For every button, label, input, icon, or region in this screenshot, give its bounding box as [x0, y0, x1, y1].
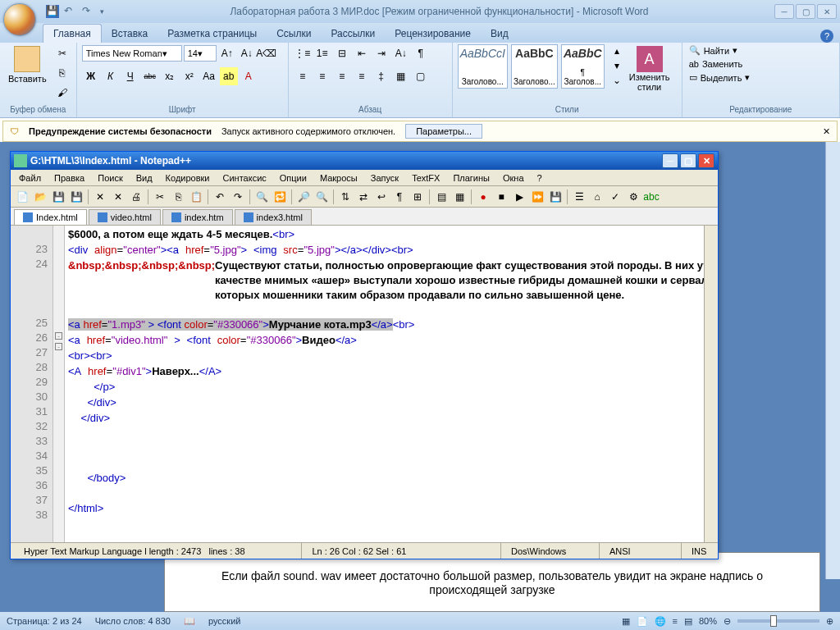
zoom-in-icon[interactable]: ⊕ [826, 616, 833, 627]
sync-h-icon[interactable]: ⇄ [355, 189, 372, 205]
npp-minimize-button[interactable]: ─ [662, 153, 678, 168]
print-icon[interactable]: 🖨 [128, 189, 144, 205]
font-size-combo[interactable]: 14 ▾ [184, 45, 217, 62]
bold-button[interactable]: Ж [82, 67, 100, 85]
format-painter-icon[interactable]: 🖌 [53, 84, 71, 102]
help-icon[interactable]: ? [820, 30, 833, 43]
underline-button[interactable]: Ч [121, 67, 139, 85]
paste-button[interactable]: Вставить [5, 44, 50, 85]
word-vscrollbar[interactable] [825, 142, 840, 579]
npp-tab-index[interactable]: Index.html [14, 209, 87, 225]
menu-textfx[interactable]: TextFX [407, 171, 445, 185]
change-styles-button[interactable]: A Изменить стили [623, 44, 677, 94]
save-icon[interactable]: 💾 [46, 5, 59, 18]
t4-icon[interactable]: ⚙ [625, 189, 641, 205]
npp-tab-indexhtm[interactable]: index.htm [162, 209, 233, 225]
tab-mailings[interactable]: Рассылки [321, 25, 385, 43]
tab-home[interactable]: Главная [43, 24, 102, 43]
zoom-out-icon[interactable]: 🔍 [313, 189, 330, 205]
stop-icon[interactable]: ■ [493, 189, 509, 205]
menu-options[interactable]: Опции [275, 171, 312, 185]
lang-icon[interactable]: ▤ [433, 189, 450, 205]
justify-icon[interactable]: ≡ [353, 67, 371, 85]
tab-view[interactable]: Вид [481, 25, 518, 43]
wrap-icon[interactable]: ↩ [373, 189, 390, 205]
new-icon[interactable]: 📄 [14, 189, 30, 205]
pilcrow-icon[interactable]: ¶ [412, 44, 430, 62]
tab-insert[interactable]: Вставка [102, 25, 158, 43]
menu-run[interactable]: Запуск [366, 171, 404, 185]
spell-icon[interactable]: abc [643, 189, 660, 205]
align-left-icon[interactable]: ≡ [294, 67, 312, 85]
menu-encoding[interactable]: Кодировки [161, 171, 215, 185]
replace-icon[interactable]: 🔁 [272, 189, 288, 205]
shading-icon[interactable]: ▦ [392, 67, 410, 85]
t2-icon[interactable]: ⌂ [589, 189, 605, 205]
view-draft-icon[interactable]: ▤ [684, 616, 692, 627]
npp-tab-video[interactable]: video.html [89, 209, 161, 225]
menu-help[interactable]: ? [532, 171, 547, 185]
office-button[interactable] [3, 3, 36, 36]
view-outline-icon[interactable]: ≡ [673, 616, 678, 626]
style-item[interactable]: AaBbC ¶ Заголов... [561, 44, 605, 89]
maximize-button[interactable]: ▢ [796, 4, 815, 19]
font-family-combo[interactable]: Times New Roman ▾ [82, 45, 182, 62]
subscript-button[interactable]: x₂ [161, 67, 179, 85]
tab-layout[interactable]: Разметка страницы [158, 25, 267, 43]
indent-inc-icon[interactable]: ⇥ [372, 44, 390, 62]
align-center-icon[interactable]: ≡ [313, 67, 331, 85]
borders-icon[interactable]: ▢ [412, 67, 430, 85]
grow-font-icon[interactable]: A↑ [218, 44, 236, 62]
cut-icon[interactable]: ✂ [53, 44, 71, 62]
view-read-icon[interactable]: 📄 [637, 616, 648, 627]
npp-titlebar[interactable]: G:\HTML\3\Index.html - Notepad++ ─ ▢ ✕ [11, 152, 718, 170]
zoom-slider[interactable] [737, 619, 819, 623]
view-print-icon[interactable]: ▦ [622, 616, 630, 627]
bullets-icon[interactable]: ⋮≡ [294, 44, 312, 62]
close-button[interactable]: ✕ [817, 4, 837, 19]
menu-macros[interactable]: Макросы [315, 171, 363, 185]
superscript-button[interactable]: x² [180, 67, 199, 85]
find-icon[interactable]: 🔍 [253, 189, 270, 205]
redo-icon[interactable]: ↷ [230, 189, 246, 205]
copy-icon[interactable]: ⎘ [53, 64, 71, 82]
close-tab-icon[interactable]: ✕ [92, 189, 108, 205]
t1-icon[interactable]: ☰ [571, 189, 587, 205]
play-multi-icon[interactable]: ⏩ [529, 189, 546, 205]
save-macro-icon[interactable]: 💾 [547, 189, 564, 205]
paste-icon[interactable]: 📋 [188, 189, 204, 205]
npp-close-button[interactable]: ✕ [698, 153, 714, 168]
multilevel-icon[interactable]: ⊟ [333, 44, 351, 62]
npp-fold-gutter[interactable]: - - [53, 226, 65, 542]
menu-syntax[interactable]: Синтаксис [218, 171, 272, 185]
status-words[interactable]: Число слов: 4 830 [95, 616, 171, 626]
doc-map-icon[interactable]: ▦ [451, 189, 468, 205]
menu-edit[interactable]: Правка [49, 171, 89, 185]
menu-search[interactable]: Поиск [93, 171, 127, 185]
status-language[interactable]: русский [208, 616, 240, 626]
zoom-in-icon[interactable]: 🔎 [295, 189, 312, 205]
zoom-out-icon[interactable]: ⊖ [724, 616, 731, 627]
sync-v-icon[interactable]: ⇅ [337, 189, 354, 205]
fold-icon[interactable]: - [55, 332, 62, 340]
line-spacing-icon[interactable]: ‡ [372, 67, 390, 85]
select-button[interactable]: ▭Выделить ▾ [687, 71, 752, 84]
save-all-icon[interactable]: 💾 [68, 189, 84, 205]
copy-icon[interactable]: ⎘ [170, 189, 186, 205]
strike-button[interactable]: abc [141, 67, 159, 85]
view-web-icon[interactable]: 🌐 [655, 616, 666, 627]
npp-code-area[interactable]: $6000, а потом еще ждать 4-5 месяцев.<br… [65, 226, 704, 542]
security-close-icon[interactable]: ✕ [823, 126, 830, 137]
invisible-icon[interactable]: ¶ [391, 189, 408, 205]
open-icon[interactable]: 📂 [32, 189, 48, 205]
menu-file[interactable]: Файл [14, 171, 46, 185]
undo-icon[interactable]: ↶ [64, 5, 77, 18]
tab-review[interactable]: Рецензирование [385, 25, 481, 43]
npp-editor[interactable]: 2324 252627 282930 313233 343536 3738 - … [11, 226, 718, 542]
indent-dec-icon[interactable]: ⇤ [353, 44, 371, 62]
play-icon[interactable]: ▶ [511, 189, 527, 205]
find-button[interactable]: 🔍Найти ▾ [687, 44, 752, 57]
redo-icon[interactable]: ↷ [82, 5, 95, 18]
undo-icon[interactable]: ↶ [212, 189, 228, 205]
italic-button[interactable]: К [102, 67, 120, 85]
